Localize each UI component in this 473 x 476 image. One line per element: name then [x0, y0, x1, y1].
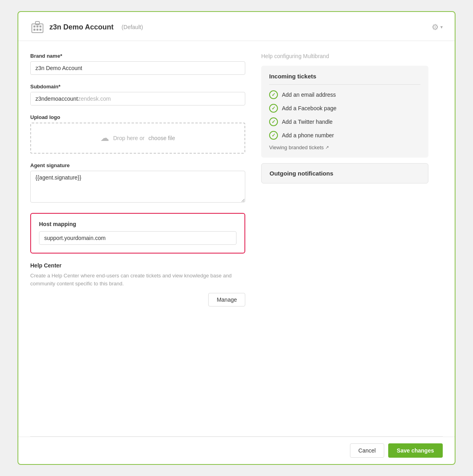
viewing-branded-tickets-link[interactable]: Viewing branded tickets ↗ [269, 144, 420, 150]
modal-header: z3n Demo Account (Default) ⚙ ▾ [18, 12, 455, 41]
svg-rect-0 [32, 24, 43, 33]
svg-rect-3 [39, 25, 41, 27]
agent-signature-textarea[interactable]: {{agent.signature}} [30, 171, 245, 203]
brand-name-group: Brand name* [30, 53, 245, 75]
host-mapping-section: Host mapping [30, 213, 245, 254]
checklist-item-phone: ✓ Add a phone number [269, 131, 420, 140]
building-icon [30, 20, 45, 34]
checklist-label-email: Add an email address [282, 92, 336, 98]
subdomain-prefix: z3ndemoaccount [31, 92, 78, 105]
settings-button[interactable]: ⚙ ▾ [432, 22, 443, 32]
external-link-icon: ↗ [325, 145, 329, 150]
check-circle-twitter: ✓ [269, 117, 278, 126]
checklist-label-phone: Add a phone number [282, 132, 334, 139]
svg-rect-4 [33, 29, 35, 31]
svg-rect-5 [37, 29, 39, 31]
host-mapping-label: Host mapping [39, 221, 236, 227]
checklist-item-email: ✓ Add an email address [269, 90, 420, 99]
choose-file-link[interactable]: choose file [149, 135, 175, 141]
subdomain-suffix: zendesk.com [78, 92, 115, 105]
checkmark-twitter: ✓ [272, 119, 276, 125]
brand-name-label: Brand name* [30, 53, 245, 59]
modal-container: z3n Demo Account (Default) ⚙ ▾ Brand nam… [18, 11, 455, 465]
modal-body: Brand name* Subdomain* z3ndemoaccount ze… [18, 41, 455, 436]
agent-signature-label: Agent signature [30, 162, 245, 168]
svg-rect-1 [33, 25, 35, 27]
checkmark-facebook: ✓ [272, 105, 276, 111]
checklist-label-twitter: Add a Twitter handle [282, 119, 332, 125]
check-circle-phone: ✓ [269, 131, 278, 140]
header-title: z3n Demo Account [49, 23, 113, 31]
modal-footer: Cancel Save changes [18, 437, 455, 464]
check-circle-email: ✓ [269, 90, 278, 99]
upload-drop-zone[interactable]: ☁ Drop here or choose file [30, 123, 245, 154]
checkmark-email: ✓ [272, 92, 276, 98]
checklist-item-twitter: ✓ Add a Twitter handle [269, 117, 420, 126]
incoming-tickets-card: Incoming tickets ✓ Add an email address … [261, 66, 428, 158]
checklist-item-facebook: ✓ Add a Facebook page [269, 104, 420, 113]
right-panel: Help configuring Multibrand Incoming tic… [261, 53, 428, 428]
right-panel-title: Help configuring Multibrand [261, 53, 428, 59]
manage-button[interactable]: Manage [208, 293, 245, 306]
help-center-label: Help Center [30, 262, 245, 269]
upload-drop-text: Drop here or [113, 135, 145, 141]
checklist-label-facebook: Add a Facebook page [282, 105, 336, 111]
host-mapping-input[interactable] [39, 231, 236, 245]
left-panel: Brand name* Subdomain* z3ndemoaccount ze… [30, 53, 245, 428]
subdomain-input-wrapper: z3ndemoaccount zendesk.com [30, 92, 245, 105]
brand-name-input[interactable] [30, 61, 245, 75]
header-default-label: (Default) [121, 24, 143, 30]
svg-rect-2 [37, 25, 39, 27]
upload-logo-label: Upload logo [30, 114, 245, 120]
cancel-button[interactable]: Cancel [350, 443, 384, 458]
subdomain-label: Subdomain* [30, 84, 245, 90]
svg-rect-6 [39, 29, 41, 31]
header-left: z3n Demo Account (Default) [30, 20, 143, 34]
chevron-down-icon: ▾ [440, 24, 443, 30]
agent-signature-group: Agent signature {{agent.signature}} [30, 162, 245, 204]
subdomain-group: Subdomain* z3ndemoaccount zendesk.com [30, 84, 245, 105]
check-circle-facebook: ✓ [269, 104, 278, 113]
gear-icon: ⚙ [432, 22, 439, 32]
help-center-desc: Create a Help Center where end-users can… [30, 272, 245, 287]
save-changes-button[interactable]: Save changes [388, 443, 443, 458]
upload-logo-group: Upload logo ☁ Drop here or choose file [30, 114, 245, 154]
checkmark-phone: ✓ [272, 133, 276, 138]
viewing-link-text: Viewing branded tickets [269, 144, 324, 150]
outgoing-notifications-button[interactable]: Outgoing notifications [261, 163, 428, 183]
incoming-tickets-title: Incoming tickets [269, 73, 420, 85]
cloud-upload-icon: ☁ [100, 133, 109, 143]
help-center-section: Help Center Create a Help Center where e… [30, 262, 245, 287]
